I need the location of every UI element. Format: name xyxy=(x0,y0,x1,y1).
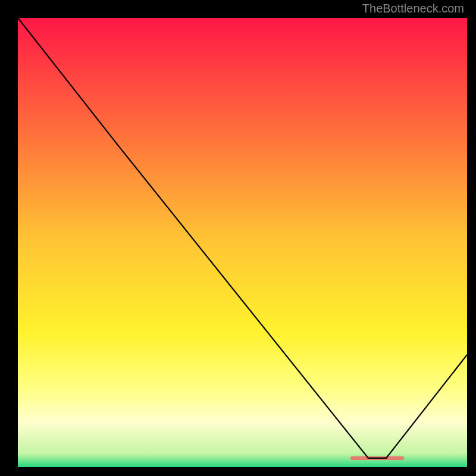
chart-svg xyxy=(18,18,467,467)
chart-background xyxy=(18,18,467,467)
chart-plot-area xyxy=(18,18,467,467)
watermark-text: TheBottleneck.com xyxy=(362,2,464,15)
